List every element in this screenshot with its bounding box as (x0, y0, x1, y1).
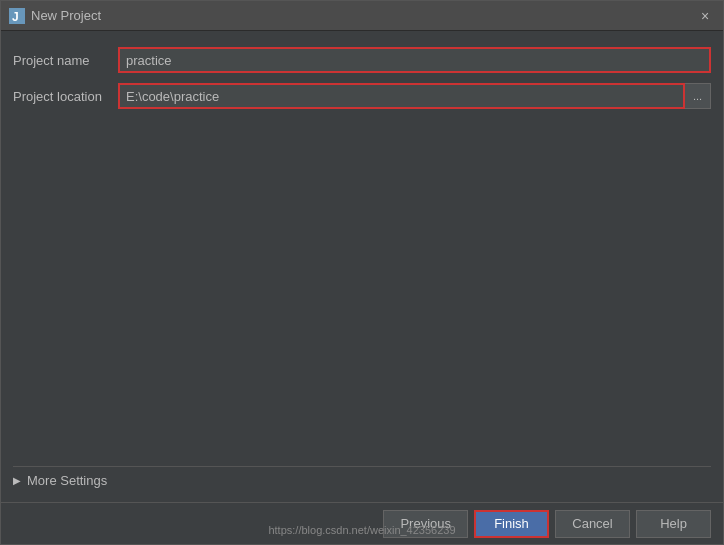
content-spacer (13, 119, 711, 466)
project-name-label: Project name (13, 53, 118, 68)
help-button[interactable]: Help (636, 510, 711, 538)
dialog-content: Project name Project location ... ▶ More… (1, 31, 723, 502)
project-location-input[interactable] (118, 83, 685, 109)
dialog-footer: Previous Finish Cancel Help (1, 502, 723, 544)
app-icon: J (9, 8, 25, 24)
dialog-new-project: J New Project × Project name Project loc… (0, 0, 724, 545)
more-settings-arrow-icon: ▶ (13, 475, 21, 486)
project-name-input[interactable] (118, 47, 711, 73)
cancel-button[interactable]: Cancel (555, 510, 630, 538)
more-settings-row[interactable]: ▶ More Settings (13, 466, 711, 494)
watermark: https://blog.csdn.net/weixin_42356239 (268, 524, 455, 536)
dialog-title: New Project (31, 8, 695, 23)
browse-button[interactable]: ... (685, 83, 711, 109)
project-name-row: Project name (13, 47, 711, 73)
close-button[interactable]: × (695, 6, 715, 26)
title-bar: J New Project × (1, 1, 723, 31)
finish-button[interactable]: Finish (474, 510, 549, 538)
project-location-label: Project location (13, 89, 118, 104)
project-location-row: Project location ... (13, 83, 711, 109)
more-settings-label: More Settings (27, 473, 107, 488)
svg-text:J: J (12, 10, 19, 24)
